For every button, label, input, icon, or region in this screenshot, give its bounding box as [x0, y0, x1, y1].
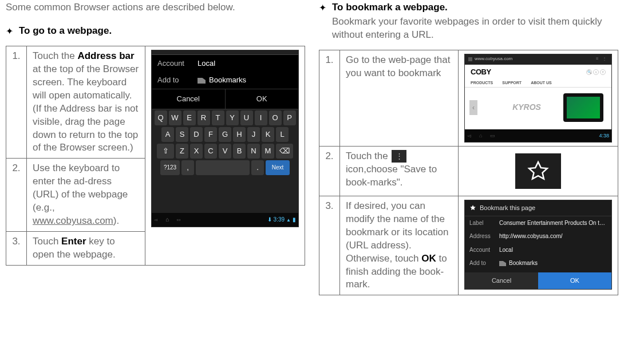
key[interactable]: F — [204, 127, 217, 142]
keyboard-row-4: ?123 , . Next — [153, 160, 297, 175]
space-key[interactable] — [196, 160, 250, 175]
field-label: Label — [469, 219, 499, 227]
key[interactable]: P — [283, 110, 296, 125]
key[interactable]: Q — [155, 110, 167, 125]
nav-item[interactable]: SUPPORT — [502, 80, 522, 85]
field-value[interactable]: Bookmarks — [499, 259, 607, 267]
heading-go-to-webpage: ✦ To go to a webpage. — [6, 25, 305, 38]
t: Bookmarks — [509, 260, 538, 266]
key[interactable]: T — [212, 110, 224, 125]
dialog-buttons: Cancel OK — [465, 272, 611, 289]
account-value: Local — [198, 58, 215, 69]
social-icons: 🔍tf — [586, 69, 606, 75]
addto-row: Add toBookmarks — [465, 256, 611, 270]
cancel-button[interactable]: Cancel — [152, 89, 225, 109]
key[interactable]: X — [190, 144, 203, 159]
key[interactable]: K — [262, 127, 274, 142]
keyboard-row-2: A S D F G H J K L — [153, 127, 297, 142]
key[interactable]: Z — [176, 144, 188, 159]
top-strip — [152, 50, 298, 55]
overflow-menu-icon — [392, 150, 406, 163]
keyboard: Q W E R T Y U I O P A — [152, 109, 298, 213]
step-text: Go to the web-page that you want to book… — [340, 50, 459, 146]
nav-item[interactable]: PRODUCTS — [471, 80, 493, 85]
field-value[interactable]: http://www.cobyusa.com/ — [499, 232, 607, 240]
hero-banner: ‹ KYROS — [465, 88, 611, 128]
step-text: Use the keyboard to enter the ad-dress (… — [27, 159, 145, 232]
home-icon[interactable]: ⌂ — [479, 132, 482, 139]
dialog-buttons: Cancel OK — [152, 89, 298, 109]
field-label: Address — [469, 232, 499, 240]
key[interactable]: U — [240, 110, 253, 125]
url-text: www.cobyusa.com — [33, 215, 113, 226]
key[interactable]: J — [247, 127, 260, 142]
facebook-icon[interactable]: f — [600, 69, 606, 75]
addto-row: Add to Bookmarks — [152, 72, 298, 89]
page-icon — [468, 57, 472, 61]
key[interactable]: G — [219, 127, 231, 142]
dot-key[interactable]: . — [251, 160, 264, 175]
t: Touch the — [346, 151, 390, 161]
key[interactable]: O — [269, 110, 282, 125]
key[interactable]: A — [161, 127, 174, 142]
ok-button[interactable]: OK — [538, 272, 611, 289]
android-bookmark-dialog-mock: Account Local Add to Bookmarks Cancel OK… — [151, 50, 299, 227]
nav-item[interactable]: ABOUT US — [531, 80, 552, 85]
star-icon-mock — [515, 153, 561, 189]
coby-logo: COBY — [471, 67, 491, 77]
key[interactable]: V — [219, 144, 231, 159]
key[interactable]: Y — [226, 110, 239, 125]
star-icon — [469, 204, 476, 211]
heading-subtitle: Bookmark your favorite webpages in order… — [332, 15, 618, 42]
recents-icon[interactable]: ▭ — [177, 216, 180, 224]
home-icon[interactable]: ⌂ — [165, 216, 169, 224]
step-number: 2. — [319, 146, 340, 196]
key[interactable]: D — [190, 127, 203, 142]
key[interactable]: I — [255, 110, 267, 125]
backspace-key[interactable]: ⌫ — [276, 144, 293, 159]
bookmark-this-page-mock: Bookmark this page LabelConsumer Enterta… — [464, 200, 612, 290]
label-row: LabelConsumer Entertainment Products On … — [465, 216, 611, 230]
field-value[interactable]: Consumer Entertainment Products On the G… — [499, 219, 607, 227]
cancel-button[interactable]: Cancel — [465, 272, 538, 289]
key[interactable]: R — [198, 110, 210, 125]
nav-buttons: ◅ ⌂ ▭ — [154, 216, 180, 224]
heading-bookmark-webpage: ✦ To bookmark a webpage. Bookmark your f… — [319, 1, 618, 42]
search-icon[interactable]: 🔍 — [586, 69, 592, 75]
chevron-left-icon[interactable]: ‹ — [469, 100, 477, 115]
battery-icon: ▮ — [293, 216, 296, 224]
twitter-icon[interactable]: t — [593, 69, 599, 75]
field-value[interactable]: Local — [499, 246, 607, 254]
account-row: AccountLocal — [465, 243, 611, 257]
menu-icon[interactable]: ≡ ⋮ — [596, 56, 608, 62]
key[interactable]: S — [176, 127, 188, 142]
clock: 4:38 — [599, 132, 609, 139]
heading-title: To go to a webpage. — [19, 25, 112, 38]
symbols-key[interactable]: ?123 — [160, 160, 180, 175]
key[interactable]: M — [262, 144, 274, 159]
dialog-title: Bookmark this page — [480, 204, 535, 212]
step-number: 1. — [319, 50, 340, 146]
key[interactable]: L — [276, 127, 289, 142]
webpage-body: COBY 🔍tf PRODUCTS SUPPORT ABOUT US ‹ KYR… — [465, 65, 611, 129]
key[interactable]: E — [183, 110, 196, 125]
key[interactable]: H — [233, 127, 246, 142]
back-icon[interactable]: ◅ — [467, 132, 471, 139]
t: at the top of the Browser screen. The ke… — [33, 64, 139, 153]
tablet-image — [563, 93, 603, 122]
shift-key[interactable]: ⇧ — [157, 144, 174, 159]
comma-key[interactable]: , — [181, 160, 194, 175]
steps-table-left: 1. Touch the Address bar at the top of t… — [6, 46, 305, 266]
key[interactable]: C — [204, 144, 217, 159]
next-key[interactable]: Next — [266, 160, 290, 175]
ok-button[interactable]: OK — [225, 89, 299, 109]
recents-icon[interactable]: ▭ — [490, 132, 495, 139]
site-nav: PRODUCTS SUPPORT ABOUT US — [465, 79, 611, 87]
key[interactable]: B — [233, 144, 246, 159]
back-icon[interactable]: ◅ — [154, 216, 157, 224]
brand-text: KYROS — [512, 88, 555, 128]
key[interactable]: W — [169, 110, 181, 125]
addto-label: Add to — [157, 75, 198, 85]
t: Use the keyboard to enter the ad-dress (… — [33, 163, 128, 213]
key[interactable]: N — [247, 144, 260, 159]
